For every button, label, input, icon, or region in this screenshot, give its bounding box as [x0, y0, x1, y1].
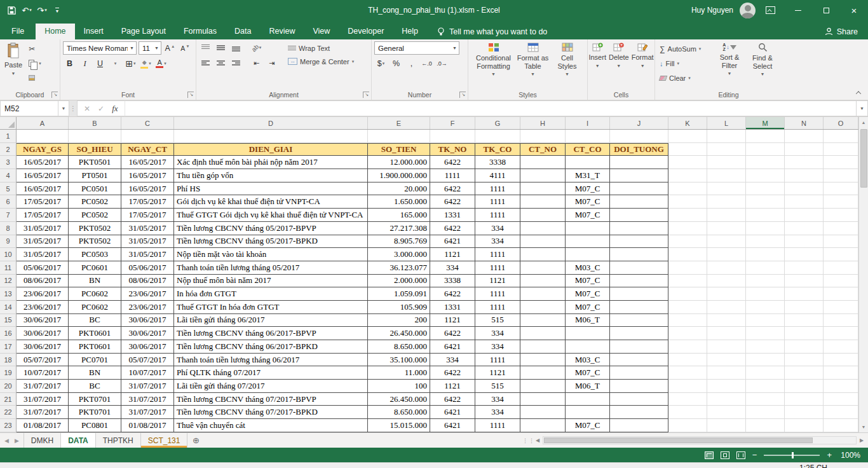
- bold-button[interactable]: B: [63, 57, 76, 70]
- cell-A23[interactable]: 01/08/2017: [17, 419, 69, 432]
- cell-K22[interactable]: [668, 406, 707, 419]
- cell-I3[interactable]: [566, 156, 610, 169]
- cell-H7[interactable]: [520, 209, 566, 222]
- merge-center-button[interactable]: ↔Merge & Center▾: [285, 55, 356, 68]
- collapse-ribbon-button[interactable]: [857, 91, 862, 96]
- vertical-scrollbar[interactable]: ▲ ▼: [858, 117, 868, 432]
- cell-A8[interactable]: 31/05/2017: [17, 222, 69, 235]
- cell-B4[interactable]: PT0501: [69, 169, 121, 182]
- cell-L18[interactable]: [707, 354, 746, 367]
- cell-A6[interactable]: 17/05/2017: [17, 195, 69, 209]
- ribbon-tab-review[interactable]: Review: [260, 24, 304, 39]
- ribbon-tab-file[interactable]: File: [0, 24, 36, 39]
- scroll-left-arrow[interactable]: ◀: [532, 437, 543, 443]
- cell-F17[interactable]: 6421: [430, 340, 475, 354]
- top-align-button[interactable]: [199, 41, 212, 54]
- increase-decimal-button[interactable]: ←.0: [420, 57, 433, 70]
- cell-M4[interactable]: [746, 169, 785, 182]
- cell-J4[interactable]: [610, 169, 668, 182]
- row-header-1[interactable]: 1: [0, 130, 17, 143]
- cell-B13[interactable]: PC0602: [69, 287, 121, 301]
- cell-K14[interactable]: [668, 301, 707, 314]
- cell-M21[interactable]: [746, 393, 785, 406]
- cell-H15[interactable]: [520, 314, 566, 327]
- cell-M14[interactable]: [746, 301, 785, 314]
- cell-I5[interactable]: M07_C: [566, 182, 610, 196]
- cell-B17[interactable]: PKT0601: [69, 340, 121, 354]
- cell-E22[interactable]: 8.650.000: [368, 406, 430, 419]
- tab-splitter[interactable]: ⋮⋮: [525, 437, 532, 444]
- cell-J13[interactable]: [610, 287, 668, 301]
- cell-D14[interactable]: Thuế GTGT In hóa đơn GTGT: [174, 301, 368, 314]
- sheet-tab-dmkh[interactable]: DMKH: [24, 433, 61, 448]
- close-button[interactable]: ×: [840, 0, 868, 20]
- cell-H2[interactable]: CT_NO: [520, 143, 566, 156]
- zoom-slider-thumb[interactable]: [792, 452, 794, 458]
- zoom-in-button[interactable]: +: [827, 451, 832, 459]
- cell-H11[interactable]: [520, 261, 566, 275]
- zoom-level[interactable]: 100%: [839, 451, 860, 460]
- cell-B7[interactable]: PC0502: [69, 209, 121, 222]
- cell-H19[interactable]: [520, 366, 566, 380]
- column-header-H[interactable]: H: [520, 117, 566, 129]
- column-header-J[interactable]: J: [610, 117, 668, 129]
- cell-G19[interactable]: 1121: [475, 366, 520, 380]
- grow-font-button[interactable]: A▲: [163, 42, 177, 55]
- cell-H17[interactable]: [520, 340, 566, 354]
- page-layout-view-button[interactable]: [721, 451, 729, 459]
- cell-N15[interactable]: [785, 314, 824, 327]
- cell-L4[interactable]: [707, 169, 746, 182]
- increase-indent-button[interactable]: ⇥: [265, 57, 278, 69]
- cell-K10[interactable]: [668, 248, 707, 261]
- ribbon-tab-home[interactable]: Home: [36, 24, 74, 39]
- row-header-7[interactable]: 7: [0, 209, 17, 222]
- cell-E1[interactable]: [368, 130, 430, 143]
- horizontal-scroll-track[interactable]: [543, 436, 857, 444]
- cell-M3[interactable]: [746, 156, 785, 169]
- cell-F21[interactable]: 6422: [430, 393, 475, 406]
- row-header-8[interactable]: 8: [0, 222, 17, 235]
- cell-F7[interactable]: 1331: [430, 209, 475, 222]
- cell-M8[interactable]: [746, 222, 785, 235]
- cell-F1[interactable]: [430, 130, 475, 143]
- cell-O11[interactable]: [824, 261, 858, 275]
- sheet-nav-right-arrow[interactable]: ▶: [15, 437, 19, 444]
- cell-F2[interactable]: TK_NO: [430, 143, 475, 156]
- enter-entry-button[interactable]: ✓: [98, 104, 104, 113]
- cell-C5[interactable]: 16/05/2017: [121, 182, 174, 196]
- cell-E17[interactable]: 8.650.000: [368, 340, 430, 354]
- cell-J2[interactable]: DOI_TUONG: [610, 143, 668, 156]
- customize-qat-button[interactable]: ▼: [50, 2, 65, 18]
- cell-C23[interactable]: 01/08/2017: [121, 419, 174, 432]
- cell-O9[interactable]: [824, 235, 858, 249]
- cell-L17[interactable]: [707, 340, 746, 354]
- column-header-B[interactable]: B: [69, 117, 121, 129]
- cell-J7[interactable]: [610, 209, 668, 222]
- cell-A7[interactable]: 17/05/2017: [17, 209, 69, 222]
- column-header-M[interactable]: M: [746, 117, 785, 129]
- formula-bar-splitter[interactable]: ⋮: [69, 100, 77, 116]
- cell-I14[interactable]: M07_C: [566, 301, 610, 314]
- cell-D22[interactable]: Tiền lương CBCNV tháng 07/2017-BPKD: [174, 406, 368, 419]
- cell-K18[interactable]: [668, 354, 707, 367]
- cell-B5[interactable]: PC0501: [69, 182, 121, 196]
- cell-G9[interactable]: 334: [475, 235, 520, 249]
- cell-G4[interactable]: 4111: [475, 169, 520, 182]
- cell-G10[interactable]: 1111: [475, 248, 520, 261]
- cell-O10[interactable]: [824, 248, 858, 261]
- cell-L13[interactable]: [707, 287, 746, 301]
- cell-D21[interactable]: Tiền lương CBCNV tháng 07/2017-BPVP: [174, 393, 368, 406]
- cell-H21[interactable]: [520, 393, 566, 406]
- cell-G8[interactable]: 334: [475, 222, 520, 235]
- cell-J8[interactable]: [610, 222, 668, 235]
- font-name-combo[interactable]: Times New Roman▼: [63, 41, 137, 55]
- cell-styles-button[interactable]: Cell Styles▼: [553, 40, 582, 80]
- cell-E20[interactable]: 100: [368, 380, 430, 393]
- cell-I11[interactable]: M03_C: [566, 261, 610, 275]
- cell-B16[interactable]: PKT0601: [69, 327, 121, 340]
- cell-A15[interactable]: 30/06/2017: [17, 314, 69, 327]
- cell-O2[interactable]: [824, 143, 858, 156]
- cell-O7[interactable]: [824, 209, 858, 222]
- row-header-2[interactable]: 2: [0, 143, 17, 156]
- find-select-button[interactable]: Find & Select▼: [746, 40, 779, 80]
